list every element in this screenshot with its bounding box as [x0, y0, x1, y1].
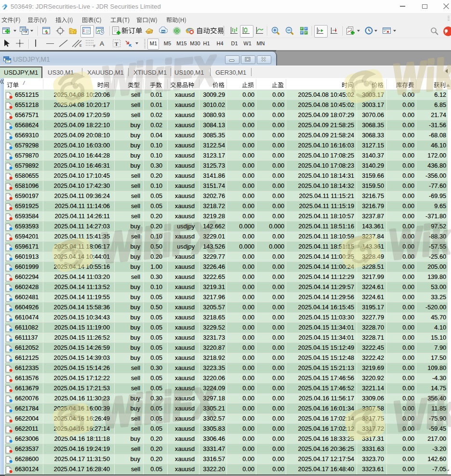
- svg-text:E: E: [80, 44, 82, 47]
- svg-text:T: T: [115, 41, 119, 47]
- svg-text:F: F: [93, 44, 95, 48]
